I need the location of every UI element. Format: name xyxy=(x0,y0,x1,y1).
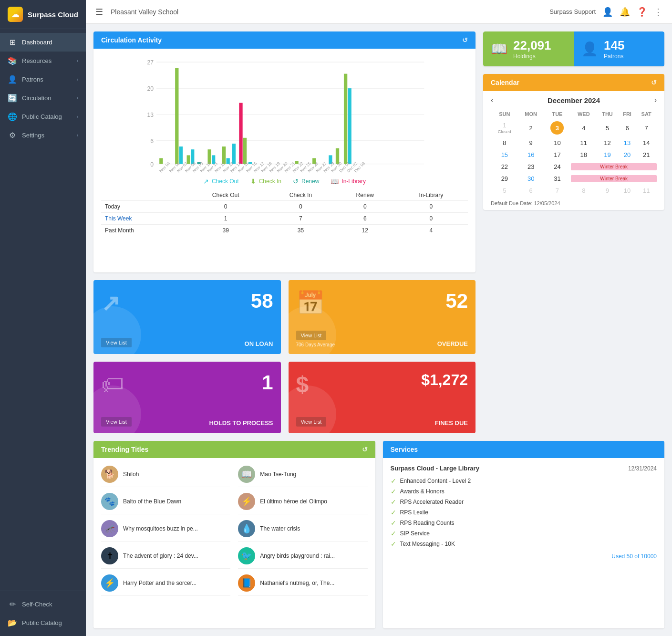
cal-cell[interactable]: 29 xyxy=(491,173,518,185)
period-month: Past Month xyxy=(101,225,186,237)
cal-cell[interactable]: 13 xyxy=(619,137,636,149)
legend-checkin: ⬇ Check In xyxy=(250,177,281,185)
refresh-icon[interactable]: ↺ xyxy=(462,36,468,44)
cal-cell-today[interactable]: 3 xyxy=(544,119,571,137)
sidebar-item-resources[interactable]: 📚 Resources › xyxy=(0,52,86,70)
avatar: 📖 xyxy=(238,466,255,483)
cal-cell[interactable]: 14 xyxy=(636,137,657,149)
stats-row: 📖 22,091 Holdings 👤 145 Patrons xyxy=(483,31,664,66)
svg-rect-10 xyxy=(159,158,163,164)
today-highlight: 3 xyxy=(550,121,564,135)
calendar-refresh-icon[interactable]: ↺ xyxy=(651,79,657,86)
support-label: Surpass Support xyxy=(549,8,596,15)
sidebar-nav: ⊞ Dashboard 📚 Resources › 👤 Patrons › 🔄 … xyxy=(0,29,86,591)
fines-bg-icon: $ xyxy=(296,371,309,397)
cal-cell[interactable]: 24 xyxy=(544,161,571,173)
cal-cell[interactable]: 11 xyxy=(571,137,596,149)
cal-cell[interactable]: 4 xyxy=(571,119,596,137)
avatar: 🐦 xyxy=(238,547,255,564)
sidebar-item-patrons[interactable]: 👤 Patrons › xyxy=(0,70,86,89)
sidebar-item-circulation[interactable]: 🔄 Circulation › xyxy=(0,89,86,107)
list-item: 🦟 Why mosquitoes buzz in pe... xyxy=(101,516,230,542)
trending-item-title: Why mosquitoes buzz in pe... xyxy=(123,525,198,532)
cal-day-mon: MON xyxy=(518,109,544,119)
cal-cell[interactable]: 12 xyxy=(596,137,619,149)
week-inlibrary: 0 xyxy=(394,213,468,225)
cal-cell[interactable]: 11 xyxy=(636,185,657,197)
cal-cell[interactable]: 8 xyxy=(491,137,518,149)
cal-day-sat: SAT xyxy=(636,109,657,119)
circ-title: Circulation Activity xyxy=(101,36,162,44)
period-today: Today xyxy=(101,201,186,213)
cal-cell[interactable]: 15 xyxy=(491,149,518,161)
circ-panel-header: Circulation Activity ↺ xyxy=(93,31,476,49)
legend-checkout: ↗ Check Out xyxy=(203,177,239,185)
logo-text: Surpass Cloud xyxy=(28,10,78,19)
svg-text:27: 27 xyxy=(147,59,154,66)
winter-break-label: Winter Break xyxy=(571,163,657,170)
user-icon[interactable]: 👤 xyxy=(602,7,613,17)
cal-cell[interactable]: 7 xyxy=(544,185,571,197)
check-icon: ✓ xyxy=(391,530,396,537)
cal-cell[interactable]: 31 xyxy=(544,173,571,185)
more-icon[interactable]: ⋮ xyxy=(654,7,662,17)
cal-cell[interactable]: 8 xyxy=(571,185,596,197)
trending-refresh-icon[interactable]: ↺ xyxy=(362,446,368,453)
service-name: RPS Accelerated Reader xyxy=(400,499,464,505)
cal-cell[interactable]: 9 xyxy=(518,137,544,149)
cal-cell[interactable]: 5 xyxy=(491,185,518,197)
sidebar-item-label: Public Catalog xyxy=(22,619,78,626)
legend-checkout-label: Check Out xyxy=(212,178,239,185)
cal-cell[interactable]: 2 xyxy=(518,119,544,137)
bell-icon[interactable]: 🔔 xyxy=(620,7,630,17)
svg-rect-14 xyxy=(187,155,190,164)
content-grid: Circulation Activity ↺ 27 20 13 6 0 xyxy=(86,24,672,636)
library-name: Surpass Cloud - Large Library xyxy=(391,465,479,472)
cal-cell[interactable]: 7 xyxy=(636,119,657,137)
service-item: ✓ Awards & Honors xyxy=(391,486,657,497)
cal-day-thu: THU xyxy=(596,109,619,119)
service-name: SIP Service xyxy=(400,530,430,537)
sidebar-item-public-catalog-bottom[interactable]: 📂 Public Catalog xyxy=(0,614,86,632)
cal-cell[interactable]: 6 xyxy=(518,185,544,197)
cal-cell[interactable]: 16 xyxy=(518,149,544,161)
avatar: 💧 xyxy=(238,520,255,537)
trending-header: Trending Titles ↺ xyxy=(93,441,375,458)
sidebar-item-public-catalog[interactable]: 🌐 Public Catalog › xyxy=(0,107,86,126)
metric-top: 📅 52 xyxy=(296,290,468,316)
patrons-icon: 👤 xyxy=(8,75,17,84)
service-item: ✓ RPS Lexile xyxy=(391,507,657,518)
patrons-box[interactable]: 👤 145 Patrons xyxy=(574,31,664,66)
cal-cell[interactable]: 10 xyxy=(544,137,571,149)
cal-cell[interactable]: 5 xyxy=(596,119,619,137)
cal-cell[interactable]: 17 xyxy=(544,149,571,161)
sidebar-item-settings[interactable]: ⚙ Settings › xyxy=(0,126,86,145)
cal-prev-button[interactable]: ‹ xyxy=(491,96,493,104)
sidebar-logo[interactable]: ☁ Surpass Cloud xyxy=(0,0,86,29)
cal-next-button[interactable]: › xyxy=(654,96,657,104)
cal-cell[interactable]: 30 xyxy=(518,173,544,185)
help-icon[interactable]: ❓ xyxy=(637,7,647,17)
cal-cell[interactable]: 10 xyxy=(619,185,636,197)
service-item: ✓ Text Messaging - 10K xyxy=(391,539,657,549)
cal-cell[interactable]: 21 xyxy=(636,149,657,161)
holdings-box[interactable]: 📖 22,091 Holdings xyxy=(483,31,574,66)
trending-title: Trending Titles xyxy=(101,446,148,453)
sidebar-item-self-check[interactable]: ✏ Self-Check xyxy=(0,595,86,614)
sidebar-bottom: ✏ Self-Check 📂 Public Catalog xyxy=(0,591,86,636)
chevron-right-icon: › xyxy=(77,133,78,138)
sidebar-item-dashboard[interactable]: ⊞ Dashboard xyxy=(0,33,86,52)
svg-rect-23 xyxy=(243,138,247,164)
list-item: 📘 Nathaniel's nutmeg, or, The... xyxy=(238,571,367,596)
cal-cell[interactable]: 20 xyxy=(619,149,636,161)
cal-cell[interactable]: 18 xyxy=(571,149,596,161)
cal-cell[interactable]: 22 xyxy=(491,161,518,173)
menu-icon[interactable]: ☰ xyxy=(95,7,103,17)
cal-cell[interactable]: 9 xyxy=(596,185,619,197)
holdings-label: Holdings xyxy=(513,53,551,60)
cal-cell[interactable]: 6 xyxy=(619,119,636,137)
cal-cell[interactable]: 1Closed xyxy=(491,119,518,137)
cal-cell[interactable]: 19 xyxy=(596,149,619,161)
service-item: ✓ Enhanced Content - Level 2 xyxy=(391,476,657,486)
cal-cell[interactable]: 23 xyxy=(518,161,544,173)
